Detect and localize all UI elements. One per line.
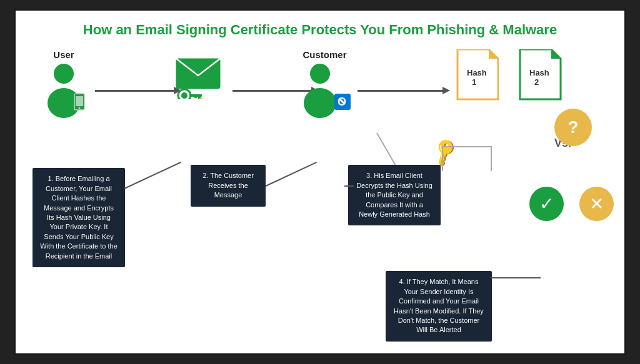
- hash2-doc: Hash 2: [517, 49, 564, 102]
- main-card: How an Email Signing Certificate Protect…: [14, 9, 626, 355]
- x-icon: ✕: [579, 187, 614, 221]
- svg-marker-24: [551, 49, 561, 59]
- connector-box3-customer: [344, 185, 354, 187]
- svg-text:1: 1: [472, 77, 476, 87]
- connector-box4-checks: [491, 277, 541, 278]
- info-box-3: 3. His Email Client Decrypts the Hash Us…: [348, 165, 441, 225]
- hash1-icon: Hash 1: [454, 49, 501, 105]
- hash2-icon: Hash 2: [517, 49, 564, 105]
- arrow-user-to-email: [95, 90, 176, 92]
- svg-rect-10: [194, 94, 197, 98]
- question-icon: ?: [554, 109, 592, 146]
- arrow-customer-to-hash: [358, 90, 445, 92]
- hash1-doc: Hash 1: [454, 49, 501, 102]
- svg-point-14: [310, 64, 330, 84]
- key-connector-line: [442, 146, 443, 171]
- flow-diagram: User: [29, 49, 611, 337]
- customer-hash-connector: [376, 133, 396, 166]
- user-icon-group: User: [42, 49, 86, 121]
- user-label: User: [42, 49, 86, 60]
- hash2-connector: [491, 146, 492, 171]
- svg-point-11: [196, 98, 206, 99]
- svg-point-15: [304, 88, 336, 118]
- info-box-4: 4. If They Match, It Means Your Sender I…: [386, 271, 492, 341]
- svg-point-7: [181, 92, 188, 99]
- svg-text:Hash: Hash: [467, 68, 487, 77]
- customer-label: Customer: [298, 49, 351, 60]
- check-icon: ✓: [529, 187, 564, 221]
- svg-marker-20: [489, 49, 498, 59]
- page-title: How an Email Signing Certificate Protect…: [29, 22, 611, 38]
- svg-text:Hash: Hash: [529, 68, 549, 77]
- key-connector-horiz: [442, 146, 492, 147]
- customer-person-icon: O: [298, 62, 351, 119]
- connector-box1-email: [124, 162, 181, 189]
- info-box-1: 1. Before Emailing a Customer, Your Emai…: [32, 168, 125, 267]
- svg-point-4: [79, 107, 81, 109]
- svg-text:2: 2: [534, 77, 539, 87]
- svg-point-0: [54, 64, 74, 84]
- gold-key-icon: 🔑: [428, 135, 462, 169]
- envelope-icon: ★: [173, 56, 229, 99]
- person-icon: [42, 62, 86, 119]
- email-icon-group: ★: [173, 56, 229, 102]
- customer-icon-group: Customer O: [298, 49, 351, 121]
- info-box-2: 2. The Customer Receives the Message: [191, 165, 266, 206]
- svg-rect-3: [76, 96, 83, 106]
- connector-box2-customer: [266, 162, 317, 187]
